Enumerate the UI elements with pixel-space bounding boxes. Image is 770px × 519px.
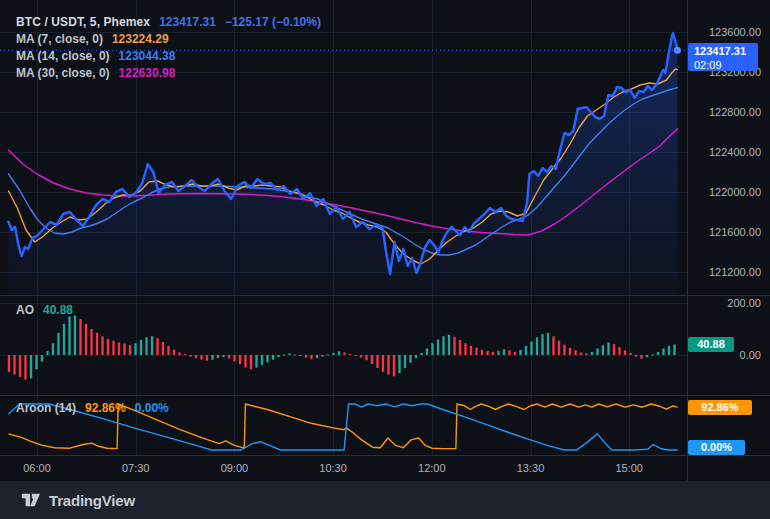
ao-value-badge: 40.88 xyxy=(688,337,734,352)
watermark-text: TradingView xyxy=(49,492,135,509)
time-axis[interactable] xyxy=(0,456,770,481)
bottom-bar: TradingView xyxy=(0,481,770,519)
aroon-down-badge: 0.00% xyxy=(688,440,745,455)
last-price-badge: 123417.31 02:09 xyxy=(688,43,758,71)
chart-canvas[interactable] xyxy=(0,0,770,481)
tradingview-logo[interactable]: TradingView xyxy=(20,491,135,509)
badge-price: 123417.31 xyxy=(694,44,758,58)
badge-countdown: 02:09 xyxy=(694,58,758,72)
tradingview-mark-icon xyxy=(20,491,42,509)
aroon-up-badge: 92.86% xyxy=(688,400,752,415)
tradingview-chart-window: BTC / USDT, 5, Phemex 123417.31 −125.17 … xyxy=(0,0,770,519)
